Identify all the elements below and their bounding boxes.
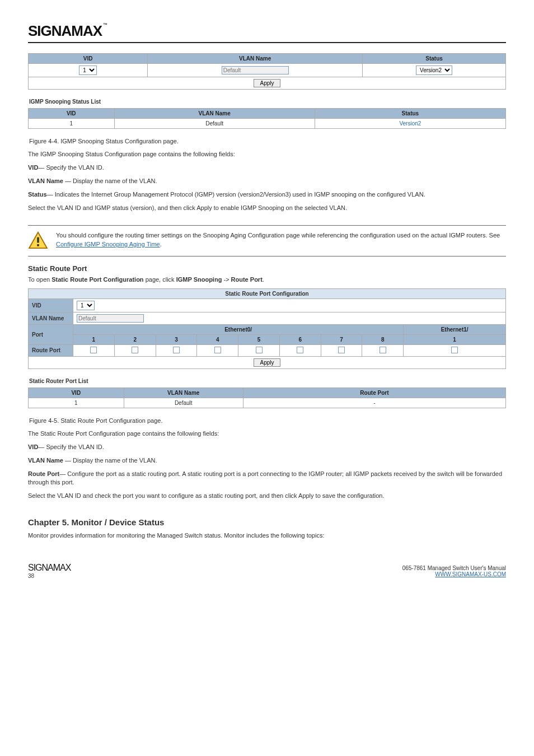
checkbox[interactable] (338, 347, 345, 353)
vid-label: VID (29, 298, 73, 312)
checkbox[interactable] (132, 347, 138, 353)
footer-url-link[interactable]: WWW.SIGNAMAX-US.COM (435, 571, 506, 577)
svg-rect-2 (37, 244, 39, 246)
status-select[interactable]: Version2 (416, 66, 452, 75)
route-port-chk-4 (197, 344, 238, 356)
checkbox[interactable] (380, 347, 386, 353)
route-item-2: VLAN Name — Display the name of the VLAN… (28, 456, 506, 465)
routeport-value: - (243, 398, 505, 408)
status-item-2: VLAN Name — Display the name of the VLAN… (28, 177, 506, 186)
port-num: 8 (362, 334, 404, 344)
caution-text: You should configure the routing timer s… (56, 231, 506, 249)
igmp-status-list-table: VID VLAN Name Status 1 Default Version2 (28, 108, 506, 129)
status-intro: The IGMP Snooping Status Configuration p… (28, 150, 506, 159)
router-port-list-title: Static Router Port List (29, 378, 506, 384)
vlan-name-input (222, 66, 289, 74)
checkbox[interactable] (214, 347, 221, 353)
table-row: 1 Default Version2 (29, 119, 506, 129)
route-port-chk-1 (73, 344, 115, 356)
route-port-chk-8 (362, 344, 404, 356)
eth0-header: Ethernet0/ (73, 324, 404, 334)
vid-select[interactable]: 1 (79, 66, 97, 75)
route-apply-button[interactable]: Apply (254, 358, 280, 367)
vlan-name-cell (148, 64, 363, 77)
port-num: 1 (404, 334, 506, 344)
vid-cell: 1 (29, 64, 148, 77)
port-num: 1 (73, 334, 115, 344)
caution-icon (28, 231, 48, 250)
route-port-chk-6 (279, 344, 321, 356)
vlan-name-value: Default (114, 119, 315, 129)
panel-title: Static Route Port Configuration (29, 288, 506, 298)
svg-rect-1 (37, 237, 39, 242)
checkbox[interactable] (173, 347, 180, 353)
page-footer: SIGNAMAX 38 065-7861 Managed Switch User… (28, 563, 506, 579)
status-item-1: VID— Specify the VLAN ID. (28, 164, 506, 172)
doc-title: 065-7861 Managed Switch User's Manual (402, 565, 506, 571)
col-vlan-name: VLAN Name (114, 109, 315, 119)
vlan-name-value: Default (124, 398, 243, 408)
igmp-status-list-title: IGMP Snooping Status List (29, 99, 506, 105)
figure-4-4-caption: Figure 4-4. IGMP Snooping Status Configu… (29, 138, 506, 144)
col-vid: VID (29, 388, 124, 398)
caution-bottom-rule (28, 256, 506, 256)
port-num: 5 (238, 334, 280, 344)
page-number: 38 (28, 573, 34, 579)
chapter-5-para: Monitor provides information for monitor… (28, 531, 506, 540)
apply-row: Apply (29, 356, 506, 368)
figure-4-5-caption: Figure 4-5. Static Route Port Configurat… (29, 417, 506, 424)
col-vid: VID (29, 54, 148, 64)
vlan-name-cell (73, 312, 506, 324)
checkbox[interactable] (90, 347, 97, 353)
footer-left: SIGNAMAX 38 (28, 563, 71, 579)
apply-button[interactable]: Apply (254, 79, 280, 87)
status-value: Version2 (315, 119, 505, 129)
col-status: Status (363, 54, 506, 64)
route-port-chk-5 (238, 344, 280, 356)
footer-right: 065-7861 Managed Switch User's Manual WW… (402, 565, 506, 577)
eth1-header: Ethernet1/ (404, 324, 506, 334)
col-vlan-name: VLAN Name (148, 54, 363, 64)
port-num: 7 (321, 334, 362, 344)
port-label: Port (29, 324, 73, 344)
route-port-chk-7 (321, 344, 362, 356)
port-num: 6 (279, 334, 321, 344)
route-vid-select[interactable]: 1 (77, 301, 95, 310)
col-status: Status (315, 109, 505, 119)
col-routeport: Route Port (243, 388, 505, 398)
route-vlan-name-input (77, 314, 144, 323)
checkbox[interactable] (451, 347, 458, 353)
route-outro: Select the VLAN ID and check the port yo… (28, 492, 506, 501)
status-item-3: Status— Indicates the Internet Group Man… (28, 190, 506, 199)
vid-value: 1 (29, 119, 115, 129)
caution-link[interactable]: Configure IGMP Snooping Aging Time (56, 241, 160, 248)
route-item-1: VID— Specify the VLAN ID. (28, 443, 506, 452)
col-vlan-name: VLAN Name (124, 388, 243, 398)
route-port-chk-3 (156, 344, 197, 356)
chapter-5-head: Chapter 5. Monitor / Device Status (28, 517, 506, 527)
route-port-chk-e1-1 (404, 344, 506, 356)
port-num: 4 (197, 334, 238, 344)
route-port-label: Route Port (29, 344, 73, 356)
vid-value: 1 (29, 398, 124, 408)
header-rule (28, 42, 506, 43)
route-item-3: Route Port— Configure the port as a stat… (28, 470, 506, 488)
vlan-name-label: VLAN Name (29, 312, 73, 324)
checkbox[interactable] (297, 347, 303, 353)
vlan-status-config-table: VID VLAN Name Status 1 Version2 Apply (28, 53, 506, 90)
logo: SIGNAMAX™ (28, 22, 506, 40)
checkbox[interactable] (256, 347, 263, 353)
port-num: 2 (114, 334, 156, 344)
caution-top-rule (28, 225, 506, 226)
status-outro: Select the VLAN ID and IGMP status (vers… (28, 204, 506, 213)
apply-row: Apply (29, 77, 506, 90)
port-num: 3 (156, 334, 197, 344)
route-port-chk-2 (114, 344, 156, 356)
vid-cell: 1 (73, 298, 506, 312)
route-intro: The Static Route Port Configuration page… (28, 430, 506, 438)
route-port-nav: To open Static Route Port Configuration … (28, 276, 506, 283)
route-port-config-table: Static Route Port Configuration VID 1 VL… (28, 288, 506, 369)
table-row: 1 Default - (29, 398, 506, 408)
status-cell: Version2 (363, 64, 506, 77)
router-port-list-table: VID VLAN Name Route Port 1 Default - (28, 388, 506, 408)
